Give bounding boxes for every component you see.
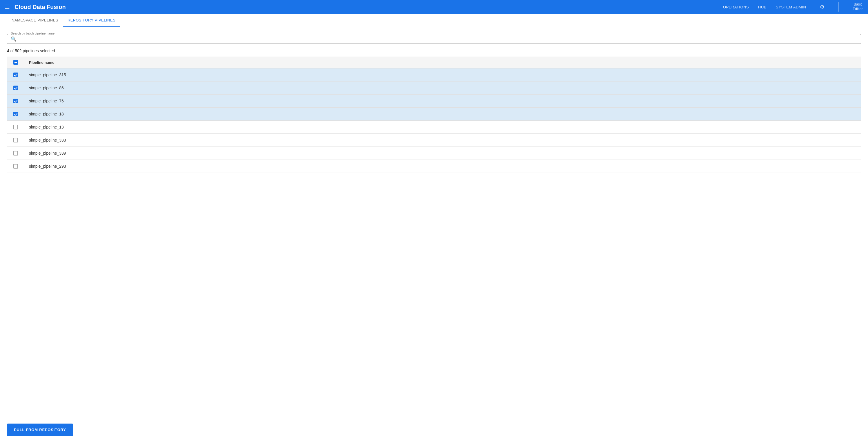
table-row: simple_pipeline_339: [7, 147, 861, 160]
gear-icon[interactable]: ⚙: [820, 4, 825, 10]
row-checkbox[interactable]: [13, 125, 18, 129]
header-divider: [838, 2, 839, 11]
row-checkbox-cell[interactable]: [7, 95, 24, 108]
row-checkbox-cell[interactable]: [7, 121, 24, 134]
search-container: Search by batch pipeline name 🔍: [7, 34, 861, 44]
pipeline-name-cell: simple_pipeline_293: [24, 160, 861, 173]
row-checkbox-cell[interactable]: [7, 147, 24, 160]
row-checkbox[interactable]: [13, 138, 18, 143]
header: ☰ Cloud Data Fusion OPERATIONS HUB SYSTE…: [0, 0, 868, 14]
select-all-checkbox[interactable]: [13, 60, 18, 65]
nav-system-admin[interactable]: SYSTEM ADMIN: [776, 5, 806, 9]
header-pipeline-name: Pipeline name: [24, 57, 861, 68]
pipeline-name-cell: simple_pipeline_13: [24, 121, 861, 134]
pipelines-table: Pipeline name simple_pipeline_315simple_…: [7, 57, 861, 173]
row-checkbox-cell[interactable]: [7, 160, 24, 173]
main-content: Search by batch pipeline name 🔍 4 of 502…: [0, 27, 868, 202]
search-label: Search by batch pipeline name: [9, 32, 56, 35]
nav-hub[interactable]: HUB: [758, 5, 767, 9]
row-checkbox-cell[interactable]: [7, 108, 24, 121]
table-row: simple_pipeline_76: [7, 95, 861, 108]
header-checkbox-cell[interactable]: [7, 57, 24, 68]
row-checkbox-cell[interactable]: [7, 82, 24, 95]
row-checkbox[interactable]: [13, 164, 18, 169]
search-icon: 🔍: [11, 36, 17, 42]
row-checkbox[interactable]: [13, 151, 18, 155]
row-checkbox-cell[interactable]: [7, 68, 24, 82]
table-header-row: Pipeline name: [7, 57, 861, 68]
table-row: simple_pipeline_13: [7, 121, 861, 134]
tabs-bar: NAMESPACE PIPELINES REPOSITORY PIPELINES: [0, 14, 868, 27]
table-row: simple_pipeline_18: [7, 108, 861, 121]
app-logo: Cloud Data Fusion: [14, 4, 723, 10]
row-checkbox[interactable]: [13, 99, 18, 103]
menu-icon[interactable]: ☰: [5, 4, 10, 10]
pipeline-name-cell: simple_pipeline_333: [24, 134, 861, 147]
pipeline-name-cell: simple_pipeline_76: [24, 95, 861, 108]
selection-status: 4 of 502 pipelines selected: [7, 49, 861, 53]
pipeline-name-cell: simple_pipeline_339: [24, 147, 861, 160]
nav-operations[interactable]: OPERATIONS: [723, 5, 749, 9]
row-checkbox[interactable]: [13, 112, 18, 116]
header-nav: OPERATIONS HUB SYSTEM ADMIN ⚙ Basic Edit…: [723, 2, 863, 11]
table-row: simple_pipeline_333: [7, 134, 861, 147]
pipeline-name-cell: simple_pipeline_18: [24, 108, 861, 121]
table-row: simple_pipeline_315: [7, 68, 861, 82]
tab-repository-pipelines[interactable]: REPOSITORY PIPELINES: [63, 14, 120, 27]
search-input[interactable]: [19, 36, 857, 41]
row-checkbox[interactable]: [13, 72, 18, 77]
row-checkbox[interactable]: [13, 86, 18, 90]
table-row: simple_pipeline_86: [7, 82, 861, 95]
pipeline-name-cell: simple_pipeline_315: [24, 68, 861, 82]
tab-namespace-pipelines[interactable]: NAMESPACE PIPELINES: [7, 14, 63, 27]
edition-label: Basic Edition: [852, 2, 863, 11]
row-checkbox-cell[interactable]: [7, 134, 24, 147]
table-row: simple_pipeline_293: [7, 160, 861, 173]
pipeline-name-cell: simple_pipeline_86: [24, 82, 861, 95]
